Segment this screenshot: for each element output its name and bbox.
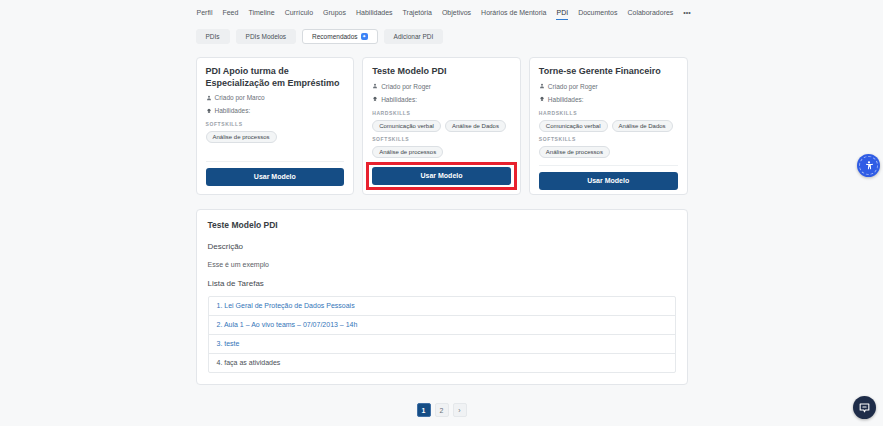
description-text: Esse é um exemplo bbox=[208, 261, 676, 268]
skill-badge: Comunicação verbal bbox=[539, 120, 608, 132]
card-skills-label: Habilidades: bbox=[215, 107, 251, 114]
subtab-adicionar-pdi[interactable]: Adicionar PDI bbox=[384, 29, 444, 44]
tab-curriculo[interactable]: Currículo bbox=[285, 9, 313, 20]
hardskills-label: HARDSKILLS bbox=[372, 110, 511, 116]
card-creator-label: Criado por Roger bbox=[381, 83, 431, 90]
card-creator-label: Criado por Marco bbox=[215, 94, 265, 101]
chat-icon bbox=[858, 401, 871, 414]
card-spacer bbox=[206, 146, 345, 157]
pdi-subnav: PDIs PDIs Modelos Recomendados ✦ Adicion… bbox=[196, 29, 688, 44]
tab-trajetoria[interactable]: Trajetória bbox=[403, 9, 432, 20]
chat-widget-button[interactable] bbox=[853, 396, 876, 419]
tab-overflow-ellipsis[interactable]: ••• bbox=[683, 9, 690, 20]
card-creator: Criado por Roger bbox=[539, 83, 678, 90]
pdi-model-card: Torne-se Gerente Financeiro Criado por R… bbox=[529, 57, 688, 195]
tab-habilidades[interactable]: Habilidades bbox=[356, 9, 393, 20]
tab-colaboradores[interactable]: Colaboradores bbox=[627, 9, 673, 20]
person-icon bbox=[539, 83, 545, 89]
person-icon bbox=[206, 95, 212, 101]
card-creator-label: Criado por Roger bbox=[548, 83, 598, 90]
card-creator: Criado por Roger bbox=[372, 83, 511, 90]
badge-list: Análise de processos bbox=[539, 146, 678, 158]
card-skills-label: Habilidades: bbox=[381, 96, 417, 103]
red-highlight-box: Usar Modelo bbox=[366, 162, 517, 190]
card-skills: Habilidades: bbox=[539, 96, 678, 103]
skills-icon bbox=[539, 96, 545, 102]
use-model-button[interactable]: Usar Modelo bbox=[372, 167, 511, 185]
subtab-pdis[interactable]: PDIs bbox=[196, 29, 230, 44]
detail-title: Teste Modelo PDI bbox=[208, 220, 676, 230]
badge-list: Comunicação verbal Análise de Dados bbox=[539, 120, 678, 132]
description-label: Descrição bbox=[208, 242, 676, 251]
task-row: 4. faça as atividades bbox=[209, 354, 675, 372]
skill-badge: Comunicação verbal bbox=[372, 120, 441, 132]
tab-feed[interactable]: Feed bbox=[222, 9, 238, 20]
skill-badge: Análise de processos bbox=[372, 146, 443, 158]
tab-perfil[interactable]: Perfil bbox=[197, 9, 213, 20]
skill-badge: Análise de processos bbox=[539, 146, 610, 158]
person-icon bbox=[372, 83, 378, 89]
card-divider bbox=[206, 161, 345, 162]
card-skills-label: Habilidades: bbox=[548, 96, 584, 103]
use-model-button[interactable]: Usar Modelo bbox=[206, 168, 345, 186]
softskills-label: SOFTSKILLS bbox=[372, 136, 511, 142]
hardskills-label: HARDSKILLS bbox=[539, 110, 678, 116]
task-row-link[interactable]: 3. teste bbox=[209, 335, 675, 354]
use-model-button[interactable]: Usar Modelo bbox=[539, 172, 678, 190]
tab-documentos[interactable]: Documentos bbox=[578, 9, 617, 20]
tasks-label: Lista de Tarefas bbox=[208, 279, 676, 288]
badge-list: Comunicação verbal Análise de Dados bbox=[372, 120, 511, 132]
card-creator: Criado por Marco bbox=[206, 94, 345, 101]
card-divider bbox=[539, 165, 678, 166]
tab-timeline[interactable]: Timeline bbox=[248, 9, 274, 20]
tab-objetivos[interactable]: Objetivos bbox=[442, 9, 471, 20]
pdi-model-card: Teste Modelo PDI Criado por Roger Habili… bbox=[362, 57, 521, 195]
card-title: Teste Modelo PDI bbox=[372, 66, 511, 78]
skills-icon bbox=[206, 108, 212, 114]
card-skills: Habilidades: bbox=[372, 96, 511, 103]
tab-pdi[interactable]: PDI bbox=[556, 9, 568, 20]
badge-list: Análise de processos bbox=[206, 131, 345, 143]
tab-horarios-mentoria[interactable]: Horários de Mentoria bbox=[481, 9, 546, 20]
task-row-link[interactable]: 1. Lei Geral de Proteção de Dados Pessoa… bbox=[209, 297, 675, 316]
tab-grupos[interactable]: Grupos bbox=[323, 9, 346, 20]
card-title: Torne-se Gerente Financeiro bbox=[539, 66, 678, 78]
softskills-label: SOFTSKILLS bbox=[539, 136, 678, 142]
subtab-pdis-modelos[interactable]: PDIs Modelos bbox=[236, 29, 296, 44]
card-title: PDI Apoio turma de Especialização em Emp… bbox=[206, 66, 345, 89]
page-button-1[interactable]: 1 bbox=[417, 403, 431, 417]
sparkle-icon: ✦ bbox=[361, 33, 368, 40]
accessibility-widget-button[interactable] bbox=[857, 154, 880, 177]
task-list: 1. Lei Geral de Proteção de Dados Pessoa… bbox=[208, 296, 676, 373]
skill-badge: Análise de Dados bbox=[445, 120, 506, 132]
subtab-recomendados[interactable]: Recomendados ✦ bbox=[302, 29, 378, 44]
skill-badge: Análise de processos bbox=[206, 131, 277, 143]
badge-list: Análise de processos bbox=[372, 146, 511, 158]
task-row-link[interactable]: 2. Aula 1 – Ao vivo teams – 07/07/2013 –… bbox=[209, 316, 675, 335]
skill-badge: Análise de Dados bbox=[612, 120, 673, 132]
profile-nav: Perfil Feed Timeline Currículo Grupos Ha… bbox=[196, 9, 688, 20]
next-page-button[interactable]: › bbox=[453, 403, 467, 417]
pdi-detail-panel: Teste Modelo PDI Descrição Esse é um exe… bbox=[196, 209, 688, 385]
softskills-label: SOFTSKILLS bbox=[206, 121, 345, 127]
pdi-model-card: PDI Apoio turma de Especialização em Emp… bbox=[196, 57, 355, 195]
subtab-recomendados-label: Recomendados bbox=[312, 33, 358, 40]
accessibility-icon bbox=[863, 160, 875, 172]
skills-icon bbox=[372, 96, 378, 102]
pagination: 1 2 › bbox=[196, 403, 688, 417]
page-container: Perfil Feed Timeline Currículo Grupos Ha… bbox=[196, 0, 688, 417]
page-button-2[interactable]: 2 bbox=[435, 403, 449, 417]
card-skills: Habilidades: bbox=[206, 107, 345, 114]
pdi-model-cards: PDI Apoio turma de Especialização em Emp… bbox=[196, 57, 688, 195]
